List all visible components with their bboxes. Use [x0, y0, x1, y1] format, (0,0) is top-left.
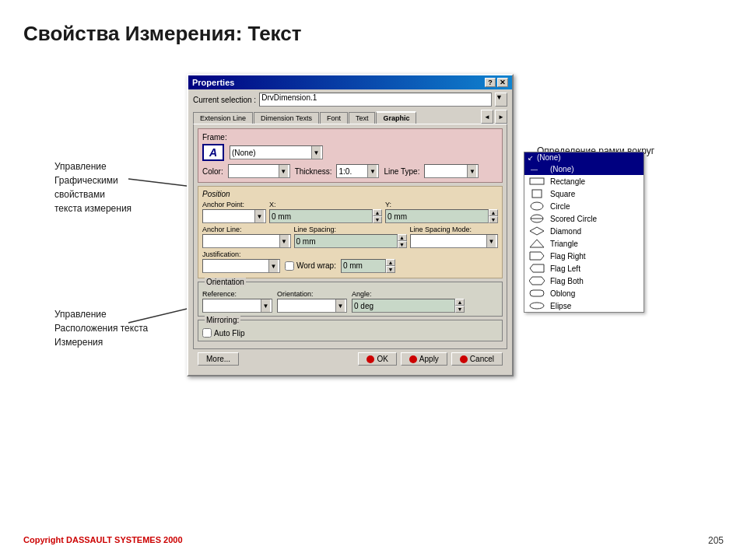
dialog-titlebar: Properties ? ✕ [188, 75, 512, 89]
frame-option-flag-right-label: Flag Right [550, 252, 586, 261]
auto-flip-checkbox[interactable]: Auto Flip [202, 328, 498, 338]
word-wrap-check[interactable] [285, 261, 294, 271]
angle-spin-down[interactable]: ▼ [455, 306, 465, 313]
anchor-point-dropdown-arrow[interactable]: ▼ [254, 210, 264, 222]
y-spin-up[interactable]: ▲ [489, 209, 498, 216]
footer-copyright: Copyright DASSAULT SYSTEMES 2000 [23, 535, 183, 546]
auto-flip-check[interactable] [202, 328, 212, 338]
reference-group: Reference: ▼ [202, 290, 272, 313]
y-spin-down[interactable]: ▼ [489, 216, 498, 223]
color-dropdown-arrow[interactable]: ▼ [279, 165, 288, 177]
frame-option-none[interactable]: — (None) [524, 163, 644, 175]
frame-icon-none: — [528, 163, 545, 174]
footer-page-number: 205 [708, 535, 724, 546]
orientation-dropdown-arrow[interactable]: ▼ [335, 299, 345, 312]
frame-option-rectangle[interactable]: Rectangle [524, 175, 644, 187]
linetype-label: Line Type: [384, 167, 419, 176]
x-spin-input[interactable]: ▲ ▼ [269, 209, 382, 223]
frame-option-diamond[interactable]: Diamond [524, 225, 644, 237]
cancel-button[interactable]: Cancel [451, 352, 503, 366]
close-button[interactable]: ✕ [497, 78, 508, 87]
frame-option-circle-label: Circle [550, 202, 570, 211]
frame-option-triangle[interactable]: Triangle [524, 237, 644, 250]
frame-option-elipse-label: Elipse [550, 302, 571, 310]
line-spacing-input[interactable] [294, 234, 398, 248]
properties-dialog: Properties ? ✕ Current selection : DrvDi… [187, 74, 514, 376]
frame-option-flag-left[interactable]: Flag Left [524, 262, 644, 275]
color-dropdown[interactable]: ▼ [228, 164, 290, 178]
word-wrap-spin[interactable]: ▲ ▼ [341, 259, 395, 273]
line-spacing-mode-group: Line Spacing Mode: ▼ [410, 226, 499, 248]
frame-option-circle[interactable]: Circle [524, 200, 644, 212]
tab-dimension-texts[interactable]: Dimension Texts [254, 112, 319, 124]
x-spin-down[interactable]: ▼ [373, 216, 382, 223]
reference-dropdown-arrow[interactable]: ▼ [261, 299, 270, 312]
linetype-dropdown-arrow[interactable]: ▼ [467, 165, 476, 177]
titlebar-buttons: ? ✕ [485, 78, 508, 87]
word-wrap-input[interactable] [341, 259, 386, 273]
frame-type-dropdown[interactable]: (None) ▼ [230, 145, 323, 159]
tab-nav-left[interactable]: ◄ [481, 110, 493, 124]
justification-dropdown-arrow[interactable]: ▼ [268, 260, 278, 272]
x-input[interactable] [269, 209, 373, 223]
angle-spin[interactable]: ▲ ▼ [352, 299, 465, 313]
frame-option-square-label: Square [550, 190, 575, 198]
anchor-spacing-row: Anchor Line: ▼ Line Spacing: ▲ ▼ [202, 226, 498, 248]
anchor-line-dropdown-arrow[interactable]: ▼ [279, 235, 289, 247]
tab-font[interactable]: Font [320, 112, 348, 124]
angle-input[interactable] [352, 299, 455, 313]
more-button[interactable]: More... [198, 352, 239, 366]
help-button[interactable]: ? [485, 78, 496, 87]
anchor-point-dropdown[interactable]: ▼ [202, 209, 266, 223]
reference-dropdown[interactable]: ▼ [202, 299, 272, 313]
orientation-dropdown[interactable]: ▼ [277, 299, 347, 313]
line-spacing-mode-dropdown[interactable]: ▼ [410, 234, 499, 248]
frame-icon-diamond [528, 226, 545, 236]
frame-option-oblong[interactable]: Oblong [524, 287, 644, 299]
word-wrap-spin-down[interactable]: ▼ [386, 266, 395, 273]
x-spin-up[interactable]: ▲ [373, 209, 382, 216]
frame-label: Frame: [202, 133, 498, 142]
angle-spin-up[interactable]: ▲ [455, 299, 465, 306]
y-input[interactable] [385, 209, 489, 223]
frame-icon-rectangle [528, 176, 545, 187]
current-selection-row: Current selection : DrvDimension.1 ▼ [193, 93, 507, 107]
current-selection-input[interactable]: DrvDimension.1 [259, 93, 492, 107]
ok-button[interactable]: OK [358, 352, 396, 366]
justification-dropdown[interactable]: ▼ [202, 259, 280, 273]
line-spacing-spin[interactable]: ▲ ▼ [294, 234, 407, 248]
anchor-line-dropdown[interactable]: ▼ [202, 234, 291, 248]
line-spacing-mode-dropdown-arrow[interactable]: ▼ [486, 235, 496, 247]
frame-option-square[interactable]: Square [524, 187, 644, 200]
current-selection-label: Current selection : [193, 96, 256, 104]
frame-option-flag-right[interactable]: Flag Right [524, 250, 644, 262]
apply-button[interactable]: Apply [401, 352, 447, 366]
thickness-dropdown[interactable]: 1:0. ▼ [336, 164, 379, 178]
color-thickness-linetype-row: Color: ▼ Thickness: 1:0. ▼ Line Type: ▼ [202, 164, 498, 178]
thickness-dropdown-arrow[interactable]: ▼ [367, 165, 377, 177]
tab-nav-right[interactable]: ► [495, 110, 507, 124]
frame-option-scored-circle[interactable]: Scored Circle [524, 212, 644, 225]
frame-type-dropdown-arrow[interactable]: ▼ [311, 146, 321, 159]
tab-extension-line[interactable]: Extension Line [193, 112, 253, 124]
svg-rect-4 [530, 178, 544, 184]
frame-icon-elipse [528, 300, 545, 311]
apply-icon [409, 355, 417, 363]
current-selection-dropdown-btn[interactable]: ▼ [495, 93, 507, 107]
y-spin-input[interactable]: ▲ ▼ [385, 209, 498, 223]
tab-graphic[interactable]: Graphic [376, 111, 416, 124]
x-group: X: ▲ ▼ [269, 201, 382, 223]
frame-option-scored-circle-label: Scored Circle [550, 215, 597, 223]
linetype-dropdown[interactable]: ▼ [424, 164, 479, 178]
frame-option-flag-both[interactable]: Flag Both [524, 275, 644, 287]
tab-text[interactable]: Text [349, 112, 376, 124]
frame-option-elipse[interactable]: Elipse [524, 299, 644, 312]
line-spacing-spin-up[interactable]: ▲ [398, 234, 407, 241]
orientation-section: Orientation Reference: ▼ Orientation: ▼ [198, 282, 503, 317]
justification-label: Justification: [202, 250, 280, 258]
reference-label: Reference: [202, 290, 272, 298]
word-wrap-checkbox[interactable]: Word wrap: [285, 261, 336, 271]
word-wrap-spin-up[interactable]: ▲ [386, 259, 395, 266]
line-spacing-spin-down[interactable]: ▼ [398, 241, 407, 248]
svg-marker-9 [530, 227, 544, 235]
